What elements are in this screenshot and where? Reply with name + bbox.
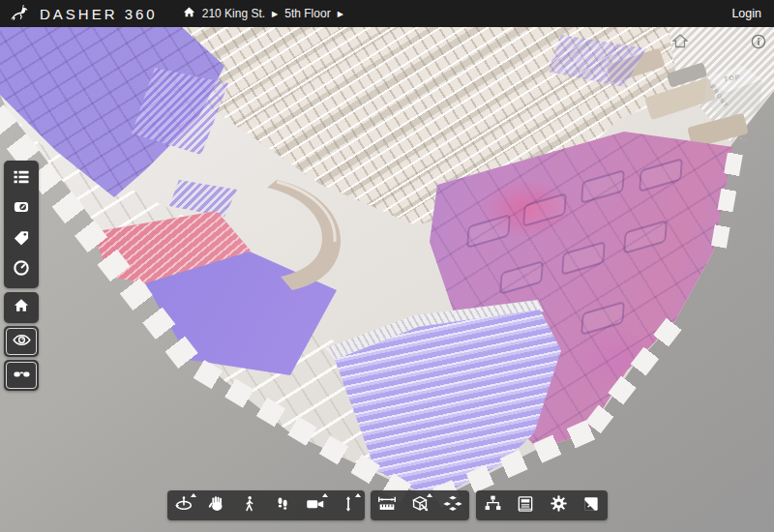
orbit-button[interactable] [167,490,200,520]
glasses-icon [12,364,32,388]
sidebar-item-tags[interactable] [4,225,39,254]
pan-hand-icon [207,493,227,517]
camera-button[interactable] [299,490,332,520]
view-cube[interactable]: TOP FRONT [695,56,770,132]
desk-outline [522,192,567,227]
list-icon [12,167,31,191]
desk-outline [623,220,668,254]
sidebar-item-home[interactable] [4,292,39,323]
desk-outline [499,260,544,295]
login-button[interactable]: Login [731,7,761,20]
home-icon [12,296,31,319]
properties-panel-icon [516,494,535,517]
explode-model-icon [442,493,463,518]
app-title: DASHER 360 [40,6,158,22]
dasher-deer-logo-icon [9,3,30,24]
dropdown-caret-icon [355,493,361,497]
breadcrumb-separator-icon[interactable]: ▶ [272,10,278,18]
toolbar-navigation-group [167,490,365,520]
properties-button[interactable] [509,490,542,520]
walk-person-icon [240,494,259,517]
viewer-3d-canvas[interactable]: TOP FRONT [0,27,774,532]
breadcrumb: 210 King St. ▶ 5th Floor ▶ [183,6,343,21]
gauge-icon [12,258,31,281]
desk-outline [580,169,625,204]
sensor-icon [12,197,31,221]
fullscreen-icon [581,494,601,517]
dropdown-caret-icon [322,493,328,497]
breadcrumb-item-floor[interactable]: 5th Floor [284,7,330,20]
breadcrumb-item-building[interactable]: 210 King St. [202,7,265,20]
sidebar-item-timeline[interactable] [4,255,39,284]
desk-outline [580,301,625,336]
first-person-button[interactable] [266,490,299,520]
toolbar-measure-group [371,490,469,520]
dropdown-caret-icon [191,493,196,497]
curved-wall [259,180,356,294]
gear-icon [549,493,569,517]
explode-button[interactable] [436,490,469,520]
walk-button[interactable] [233,490,266,520]
model-tree-icon [483,493,503,517]
pan-button[interactable] [200,490,233,520]
fullscreen-button[interactable] [575,490,608,520]
top-bar: DASHER 360 210 King St. ▶ 5th Floor ▶ Lo… [0,0,774,27]
viewer-home-button[interactable] [671,33,689,53]
sidebar-item-xray[interactable] [4,360,39,391]
footprints-icon [273,494,292,517]
dropdown-caret-icon [427,493,432,497]
desk-outline [639,158,683,192]
sidebar-item-levels[interactable] [4,164,39,193]
tag-icon [12,228,31,251]
breadcrumb-separator-icon[interactable]: ▶ [338,10,343,18]
measure-button[interactable] [371,490,403,520]
section-button[interactable] [403,490,436,520]
measure-icon [376,493,398,518]
desk-outline [466,214,511,249]
settings-button[interactable] [542,490,575,520]
zoom-updown-icon [339,494,358,517]
sidebar-panel [4,161,39,288]
breadcrumb-home-icon[interactable] [183,6,195,21]
sidebar-item-sensors[interactable] [4,194,39,223]
desk-outline [561,241,606,276]
toolbar-tools-group [476,490,608,520]
zoom-button[interactable] [332,490,365,520]
sidebar-item-visibility[interactable] [4,326,39,357]
model-browser-button[interactable] [476,490,509,520]
info-button[interactable] [751,34,766,53]
eye-icon [12,330,32,354]
